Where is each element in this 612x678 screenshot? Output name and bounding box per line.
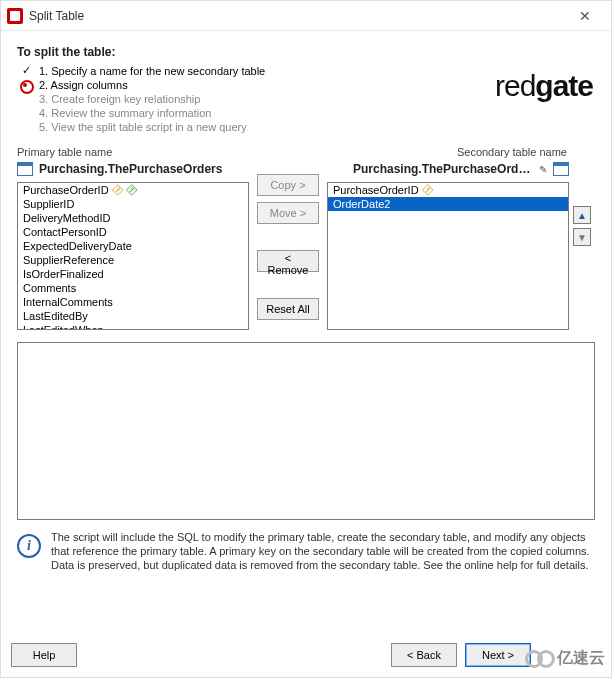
move-up-button[interactable]: ▲ bbox=[573, 206, 591, 224]
window-title: Split Table bbox=[29, 9, 84, 23]
move-button[interactable]: Move > bbox=[257, 202, 319, 224]
primary-table-name: Purchasing.ThePurchaseOrders bbox=[39, 162, 222, 176]
table-icon bbox=[553, 162, 569, 176]
close-icon[interactable]: ✕ bbox=[565, 1, 605, 31]
title-bar: Split Table ✕ bbox=[1, 1, 611, 31]
list-item[interactable]: ContactPersonID bbox=[18, 225, 248, 239]
list-item[interactable]: LastEditedBy bbox=[18, 309, 248, 323]
secondary-label: Secondary table name bbox=[327, 146, 569, 158]
preview-area bbox=[17, 342, 595, 520]
primary-label: Primary table name bbox=[17, 146, 249, 158]
next-button[interactable]: Next > bbox=[465, 643, 531, 667]
secondary-columns-list[interactable]: PurchaseOrderID⚿OrderDate2 bbox=[327, 182, 569, 330]
move-down-button[interactable]: ▼ bbox=[573, 228, 591, 246]
list-item[interactable]: Comments bbox=[18, 281, 248, 295]
app-icon bbox=[7, 8, 23, 24]
info-icon: i bbox=[17, 534, 41, 558]
info-text: The script will include the SQL to modif… bbox=[51, 530, 595, 572]
list-item[interactable]: PurchaseOrderID⚿⚿ bbox=[18, 183, 248, 197]
back-button[interactable]: < Back bbox=[391, 643, 457, 667]
key-icon: ⚿ bbox=[419, 182, 436, 198]
list-item[interactable]: PurchaseOrderID⚿ bbox=[328, 183, 568, 197]
help-button[interactable]: Help bbox=[11, 643, 77, 667]
copy-button[interactable]: Copy > bbox=[257, 174, 319, 196]
list-item[interactable]: SupplierReference bbox=[18, 253, 248, 267]
redgate-logo: redgate bbox=[495, 69, 593, 103]
list-item[interactable]: OrderDate2 bbox=[328, 197, 568, 211]
wizard-step: 4. Review the summary information bbox=[17, 106, 595, 120]
list-item[interactable]: SupplierID bbox=[18, 197, 248, 211]
table-icon bbox=[17, 162, 33, 176]
secondary-table-name: Purchasing.ThePurchaseOrders… bbox=[353, 162, 533, 176]
key-icon: ⚿ bbox=[123, 182, 140, 198]
edit-name-icon[interactable]: ✎ bbox=[539, 164, 547, 175]
list-item[interactable]: LastEditedWhen bbox=[18, 323, 248, 330]
remove-button[interactable]: < Remove bbox=[257, 250, 319, 272]
reset-all-button[interactable]: Reset All bbox=[257, 298, 319, 320]
primary-columns-list[interactable]: PurchaseOrderID⚿⚿SupplierIDDeliveryMetho… bbox=[17, 182, 249, 330]
list-item[interactable]: InternalComments bbox=[18, 295, 248, 309]
list-item[interactable]: IsOrderFinalized bbox=[18, 267, 248, 281]
list-item[interactable]: DeliveryMethodID bbox=[18, 211, 248, 225]
wizard-step: 5. View the split table script in a new … bbox=[17, 120, 595, 134]
watermark: 亿速云 bbox=[525, 648, 605, 669]
list-item[interactable]: ExpectedDeliveryDate bbox=[18, 239, 248, 253]
wizard-heading: To split the table: bbox=[17, 45, 595, 59]
